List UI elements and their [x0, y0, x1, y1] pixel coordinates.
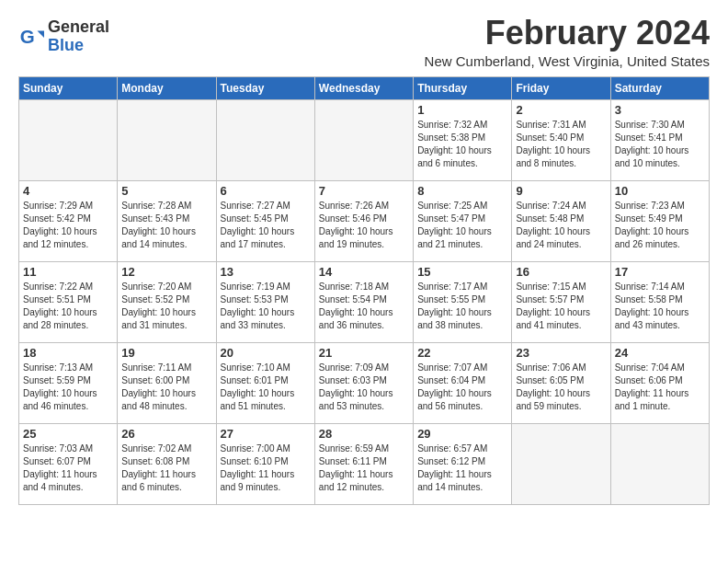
day-number: 29	[417, 427, 507, 441]
calendar-cell: 5Sunrise: 7:28 AM Sunset: 5:43 PM Daylig…	[118, 180, 216, 261]
day-info: Sunrise: 7:28 AM Sunset: 5:43 PM Dayligh…	[121, 200, 211, 251]
calendar-cell: 16Sunrise: 7:15 AM Sunset: 5:57 PM Dayli…	[512, 261, 610, 342]
calendar-cell: 22Sunrise: 7:07 AM Sunset: 6:04 PM Dayli…	[414, 342, 512, 423]
day-number: 21	[319, 346, 409, 360]
day-info: Sunrise: 6:59 AM Sunset: 6:11 PM Dayligh…	[319, 442, 409, 494]
day-number: 15	[417, 265, 507, 279]
day-number: 5	[121, 184, 211, 198]
calendar-week-4: 18Sunrise: 7:13 AM Sunset: 5:59 PM Dayli…	[19, 342, 710, 423]
logo-icon: G	[18, 24, 44, 50]
calendar-cell: 21Sunrise: 7:09 AM Sunset: 6:03 PM Dayli…	[314, 342, 413, 423]
calendar-cell: 20Sunrise: 7:10 AM Sunset: 6:01 PM Dayli…	[216, 342, 314, 423]
calendar-cell: 28Sunrise: 6:59 AM Sunset: 6:11 PM Dayli…	[314, 423, 413, 504]
day-info: Sunrise: 7:32 AM Sunset: 5:38 PM Dayligh…	[417, 119, 507, 170]
calendar-cell: 12Sunrise: 7:20 AM Sunset: 5:52 PM Dayli…	[118, 261, 216, 342]
calendar-cell	[512, 423, 610, 504]
calendar-cell: 27Sunrise: 7:00 AM Sunset: 6:10 PM Dayli…	[216, 423, 314, 504]
day-info: Sunrise: 7:02 AM Sunset: 6:08 PM Dayligh…	[121, 442, 211, 494]
calendar-week-3: 11Sunrise: 7:22 AM Sunset: 5:51 PM Dayli…	[19, 261, 710, 342]
day-number: 24	[615, 346, 705, 360]
calendar-cell: 4Sunrise: 7:29 AM Sunset: 5:42 PM Daylig…	[19, 180, 118, 261]
calendar-cell: 11Sunrise: 7:22 AM Sunset: 5:51 PM Dayli…	[19, 261, 118, 342]
day-info: Sunrise: 7:18 AM Sunset: 5:54 PM Dayligh…	[319, 281, 409, 332]
day-info: Sunrise: 7:10 AM Sunset: 6:01 PM Dayligh…	[221, 362, 311, 413]
logo: G General Blue	[18, 18, 109, 55]
day-number: 16	[516, 265, 606, 279]
weekday-header-wednesday: Wednesday	[314, 76, 413, 99]
day-info: Sunrise: 7:19 AM Sunset: 5:53 PM Dayligh…	[221, 281, 311, 332]
calendar-cell	[19, 99, 118, 180]
day-info: Sunrise: 7:13 AM Sunset: 5:59 PM Dayligh…	[23, 362, 113, 413]
day-info: Sunrise: 7:17 AM Sunset: 5:55 PM Dayligh…	[417, 281, 507, 332]
weekday-header-thursday: Thursday	[414, 76, 512, 99]
calendar-cell: 19Sunrise: 7:11 AM Sunset: 6:00 PM Dayli…	[118, 342, 216, 423]
calendar-week-5: 25Sunrise: 7:03 AM Sunset: 6:07 PM Dayli…	[19, 423, 710, 504]
calendar-week-2: 4Sunrise: 7:29 AM Sunset: 5:42 PM Daylig…	[19, 180, 710, 261]
day-info: Sunrise: 7:15 AM Sunset: 5:57 PM Dayligh…	[516, 281, 606, 332]
day-info: Sunrise: 7:29 AM Sunset: 5:42 PM Dayligh…	[23, 200, 113, 251]
day-info: Sunrise: 7:03 AM Sunset: 6:07 PM Dayligh…	[23, 442, 113, 494]
weekday-header-friday: Friday	[512, 76, 610, 99]
svg-text:G: G	[20, 25, 35, 46]
day-info: Sunrise: 7:26 AM Sunset: 5:46 PM Dayligh…	[319, 200, 409, 251]
day-number: 1	[417, 103, 507, 117]
calendar-cell: 23Sunrise: 7:06 AM Sunset: 6:05 PM Dayli…	[512, 342, 610, 423]
day-number: 22	[417, 346, 507, 360]
weekday-header-row: SundayMondayTuesdayWednesdayThursdayFrid…	[19, 76, 710, 99]
day-number: 8	[417, 184, 507, 198]
day-number: 18	[23, 346, 113, 360]
weekday-header-sunday: Sunday	[19, 76, 118, 99]
calendar-cell: 29Sunrise: 6:57 AM Sunset: 6:12 PM Dayli…	[414, 423, 512, 504]
day-info: Sunrise: 7:04 AM Sunset: 6:06 PM Dayligh…	[615, 362, 705, 413]
calendar-cell: 2Sunrise: 7:31 AM Sunset: 5:40 PM Daylig…	[512, 99, 610, 180]
weekday-header-tuesday: Tuesday	[216, 76, 314, 99]
day-number: 26	[121, 427, 211, 441]
calendar-cell: 14Sunrise: 7:18 AM Sunset: 5:54 PM Dayli…	[314, 261, 413, 342]
day-info: Sunrise: 7:24 AM Sunset: 5:48 PM Dayligh…	[516, 200, 606, 251]
calendar-cell: 9Sunrise: 7:24 AM Sunset: 5:48 PM Daylig…	[512, 180, 610, 261]
day-number: 23	[516, 346, 606, 360]
day-number: 6	[221, 184, 311, 198]
day-info: Sunrise: 7:23 AM Sunset: 5:49 PM Dayligh…	[615, 200, 705, 251]
calendar-week-1: 1Sunrise: 7:32 AM Sunset: 5:38 PM Daylig…	[19, 99, 710, 180]
day-number: 20	[221, 346, 311, 360]
calendar-cell: 7Sunrise: 7:26 AM Sunset: 5:46 PM Daylig…	[314, 180, 413, 261]
weekday-header-saturday: Saturday	[610, 76, 709, 99]
svg-marker-1	[38, 30, 44, 37]
weekday-header-monday: Monday	[118, 76, 216, 99]
day-number: 12	[121, 265, 211, 279]
calendar-cell: 25Sunrise: 7:03 AM Sunset: 6:07 PM Dayli…	[19, 423, 118, 504]
day-info: Sunrise: 7:20 AM Sunset: 5:52 PM Dayligh…	[121, 281, 211, 332]
day-number: 28	[319, 427, 409, 441]
calendar-cell: 17Sunrise: 7:14 AM Sunset: 5:58 PM Dayli…	[610, 261, 709, 342]
day-info: Sunrise: 7:25 AM Sunset: 5:47 PM Dayligh…	[417, 200, 507, 251]
calendar-cell: 26Sunrise: 7:02 AM Sunset: 6:08 PM Dayli…	[118, 423, 216, 504]
day-number: 10	[615, 184, 705, 198]
calendar-cell	[216, 99, 314, 180]
day-number: 25	[23, 427, 113, 441]
location-title: New Cumberland, West Virginia, United St…	[425, 53, 710, 69]
calendar-cell: 3Sunrise: 7:30 AM Sunset: 5:41 PM Daylig…	[610, 99, 709, 180]
calendar-cell: 8Sunrise: 7:25 AM Sunset: 5:47 PM Daylig…	[414, 180, 512, 261]
calendar-cell: 15Sunrise: 7:17 AM Sunset: 5:55 PM Dayli…	[414, 261, 512, 342]
logo-general: General Blue	[48, 18, 109, 55]
month-title: February 2024	[425, 15, 710, 52]
calendar-cell: 1Sunrise: 7:32 AM Sunset: 5:38 PM Daylig…	[414, 99, 512, 180]
day-number: 2	[516, 103, 606, 117]
calendar-table: SundayMondayTuesdayWednesdayThursdayFrid…	[18, 76, 710, 505]
day-info: Sunrise: 7:27 AM Sunset: 5:45 PM Dayligh…	[221, 200, 311, 251]
calendar-cell: 18Sunrise: 7:13 AM Sunset: 5:59 PM Dayli…	[19, 342, 118, 423]
day-number: 4	[23, 184, 113, 198]
day-info: Sunrise: 7:07 AM Sunset: 6:04 PM Dayligh…	[417, 362, 507, 413]
day-number: 27	[221, 427, 311, 441]
day-info: Sunrise: 7:00 AM Sunset: 6:10 PM Dayligh…	[221, 442, 311, 494]
calendar-cell	[118, 99, 216, 180]
calendar-cell: 10Sunrise: 7:23 AM Sunset: 5:49 PM Dayli…	[610, 180, 709, 261]
day-number: 14	[319, 265, 409, 279]
day-info: Sunrise: 7:22 AM Sunset: 5:51 PM Dayligh…	[23, 281, 113, 332]
day-number: 11	[23, 265, 113, 279]
calendar-cell: 6Sunrise: 7:27 AM Sunset: 5:45 PM Daylig…	[216, 180, 314, 261]
day-info: Sunrise: 7:30 AM Sunset: 5:41 PM Dayligh…	[615, 119, 705, 170]
calendar-cell	[314, 99, 413, 180]
day-number: 9	[516, 184, 606, 198]
